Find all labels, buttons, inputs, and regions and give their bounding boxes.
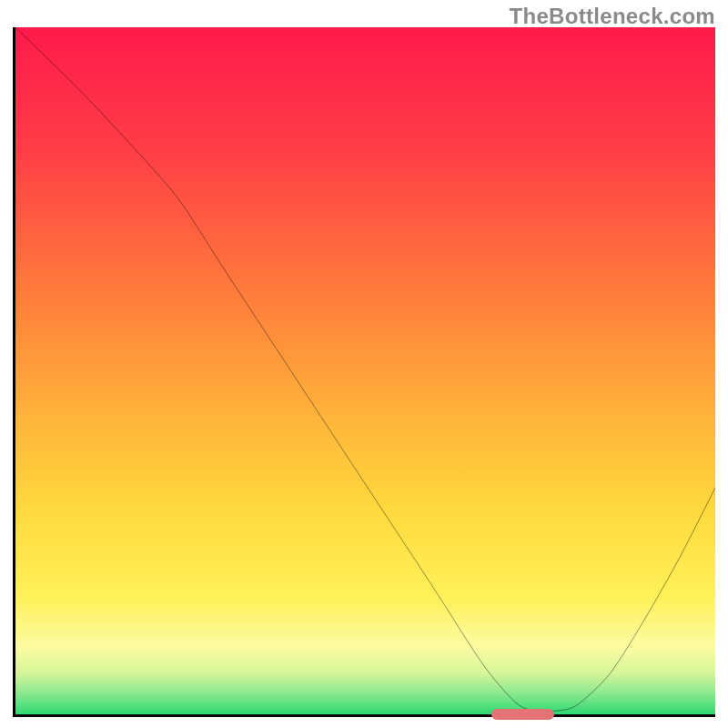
bottleneck-curve [15,27,715,714]
chart-plot-area [13,27,715,717]
optimum-marker [491,709,554,720]
watermark-text: TheBottleneck.com [510,4,715,29]
